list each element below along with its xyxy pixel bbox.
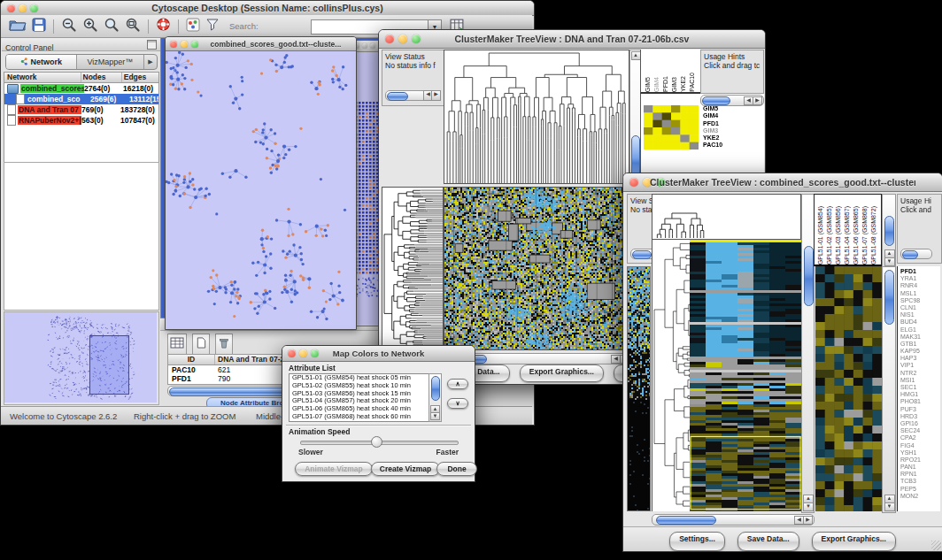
attribute-list-label: Attribute List: [289, 364, 336, 372]
minimize-button[interactable]: [19, 4, 27, 12]
save-icon[interactable]: [32, 18, 46, 35]
attribute-list-item[interactable]: GPL51-03 (GSM856) heat shock 15 min: [290, 390, 429, 398]
tv1-global-heatmap[interactable]: [444, 187, 629, 350]
tab-vizmapper[interactable]: VizMapper™: [77, 55, 143, 69]
tv1-status-scrollbar[interactable]: [385, 90, 428, 101]
scroll-right-arrow[interactable]: ▶: [803, 516, 813, 525]
network-tree-view-area[interactable]: [4, 162, 159, 311]
tv1-row-label: PFD1: [703, 120, 760, 127]
treeview2-titlebar[interactable]: ClusterMaker TreeView : combined_scores_…: [623, 173, 942, 192]
tab-network[interactable]: Network: [6, 55, 77, 69]
tv2-row-label: SEC24: [900, 427, 940, 434]
network-view-canvas[interactable]: [166, 51, 354, 328]
network-table-row[interactable]: combined_scores2764(0)16218(0): [4, 83, 158, 94]
network-view-window: combined_scores_good.txt--cluste...: [165, 36, 357, 330]
zoom-out-icon[interactable]: [61, 17, 77, 36]
tv2-global-overview[interactable]: [627, 266, 651, 511]
attribute-list-item[interactable]: GPL51-02 (GSM855) heat shock 10 min: [290, 382, 429, 390]
scroll-up-arrow[interactable]: ▲: [631, 51, 641, 60]
move-down-button[interactable]: ∨: [447, 398, 468, 409]
resize-grip[interactable]: [931, 541, 941, 550]
tv1-column-dendrogram[interactable]: [444, 50, 629, 184]
network-edges-count: 183728(0): [120, 105, 159, 114]
zoom-button[interactable]: [191, 41, 198, 48]
close-button[interactable]: [170, 41, 177, 48]
tv2-button[interactable]: Export Graphics...: [812, 532, 896, 551]
tv2-zoom-heatmap[interactable]: [815, 266, 882, 511]
network-table-header[interactable]: Network Nodes Edges: [4, 73, 158, 83]
attribute-list-item[interactable]: GPL51-04 (GSM857) heat shock 20 min: [290, 397, 429, 405]
control-panel: Control Panel Network VizMapper™ ▶ Netwo…: [2, 38, 161, 406]
scroll-down-arrow[interactable]: ▼: [803, 502, 814, 511]
network-table-row[interactable]: combined_sco2569(6)13112(15): [4, 94, 158, 104]
move-up-button[interactable]: ∧: [447, 379, 468, 389]
tv2-hscroll-thumb[interactable]: [656, 516, 716, 525]
animation-slider-thumb[interactable]: [371, 436, 382, 448]
tv2-vscroll-thumb[interactable]: [804, 246, 814, 306]
float-panel-icon[interactable]: [147, 40, 157, 50]
minimize-button[interactable]: [181, 41, 188, 48]
tv1-zoom-matrix[interactable]: [644, 105, 699, 150]
tv1-row-dendrogram[interactable]: [382, 187, 444, 350]
tv2-button[interactable]: Settings...: [669, 532, 725, 551]
attribute-list-scrollbar[interactable]: ▲ ▼: [429, 373, 442, 422]
close-button[interactable]: [385, 35, 394, 43]
tv2-heatmap[interactable]: [690, 240, 801, 511]
minimize-button[interactable]: [299, 349, 307, 357]
help-ring-icon[interactable]: [156, 17, 171, 35]
tv2-hscrollbar[interactable]: ◀ ▶: [652, 514, 815, 525]
create-vizmap-button[interactable]: Create Vizmap: [371, 462, 440, 476]
main-titlebar[interactable]: Cytoscape Desktop (Session Name: collins…: [1, 1, 534, 16]
tv2-column-dendrogram[interactable]: [652, 194, 801, 240]
attribute-scroll-thumb[interactable]: [431, 376, 440, 401]
tv2-zoom-scroll-thumb[interactable]: [884, 270, 894, 325]
zoom-fit-icon[interactable]: [125, 17, 141, 36]
zoom-selected-icon[interactable]: [104, 17, 120, 36]
open-folder-icon[interactable]: [9, 18, 27, 35]
attribute-list-item[interactable]: GPL51-06 (GSM865) heat shock 40 min: [290, 405, 429, 413]
tv2-hints-scrollbar[interactable]: [900, 249, 932, 259]
attribute-list-item[interactable]: GPL51-01 (GSM854) heat shock 05 min: [290, 374, 429, 382]
scroll-right-arrow[interactable]: ▶: [431, 90, 441, 101]
tv2-row-label: RNR4: [900, 282, 940, 289]
tv1-button[interactable]: Export Graphics...: [520, 364, 604, 382]
birds-eye-view[interactable]: [4, 311, 159, 405]
close-button[interactable]: [288, 349, 296, 357]
tv2-row-dendrogram[interactable]: [652, 240, 689, 511]
scroll-down-arrow[interactable]: ▼: [884, 257, 895, 266]
scroll-right-arrow[interactable]: ▶: [753, 96, 762, 105]
attribute-list[interactable]: GPL51-01 (GSM854) heat shock 05 minGPL51…: [289, 373, 430, 422]
tab-overflow-arrow[interactable]: ▶: [143, 55, 157, 69]
new-attribute-icon[interactable]: [192, 334, 210, 355]
dialog-titlebar[interactable]: Map Colors to Network: [282, 346, 475, 362]
network-name: combined_sco: [27, 95, 90, 104]
tv2-row-label: GTB1: [900, 341, 940, 348]
tv1-row-label: GIM5: [703, 105, 760, 112]
scroll-down-arrow[interactable]: ▼: [884, 502, 895, 511]
attribute-list-item[interactable]: GPL51-07 (GSM868) heat shock 60 min: [290, 413, 429, 421]
tv2-collabel-scrollbar[interactable]: ▲ ▼: [882, 194, 896, 268]
tv2-row-label: PHO81: [900, 398, 940, 405]
minimize-button[interactable]: [362, 43, 367, 49]
vizmap-palette-icon[interactable]: [186, 18, 200, 35]
delete-attribute-icon[interactable]: [215, 334, 233, 355]
tv2-button[interactable]: Save Data...: [737, 532, 799, 551]
network-table-row[interactable]: RNAPuberNov2+|563(0)107847(0): [4, 115, 158, 126]
network-table-row[interactable]: DNA and Tran 07769(0)183728(0): [4, 104, 158, 115]
tv1-column-label: YKE2: [679, 76, 688, 92]
close-button[interactable]: [7, 4, 15, 12]
close-button[interactable]: [629, 178, 638, 187]
attribute-table-icon[interactable]: [167, 334, 187, 355]
filter-funnel-icon[interactable]: [205, 18, 220, 35]
zoom-button[interactable]: [370, 43, 375, 49]
scroll-down-arrow[interactable]: ▼: [430, 412, 440, 420]
animate-vizmap-button[interactable]: Animate Vizmap: [295, 462, 373, 476]
network-name: RNAPuberNov2+|: [18, 116, 81, 125]
tv2-zoom-scrollbar[interactable]: ▲ ▼: [882, 266, 896, 513]
done-button[interactable]: Done: [436, 462, 477, 476]
zoom-in-icon[interactable]: [82, 17, 98, 36]
tv1-row-labels: GIM5GIM4PFD1GIM3YKE2PAC10: [703, 105, 760, 151]
treeview1-titlebar[interactable]: ClusterMaker TreeView : DNA and Tran 07-…: [379, 30, 765, 49]
tv1-usage-hints-text: Click and drag tc: [701, 61, 763, 70]
tv2-vscrollbar[interactable]: ▲ ▼: [801, 194, 815, 513]
